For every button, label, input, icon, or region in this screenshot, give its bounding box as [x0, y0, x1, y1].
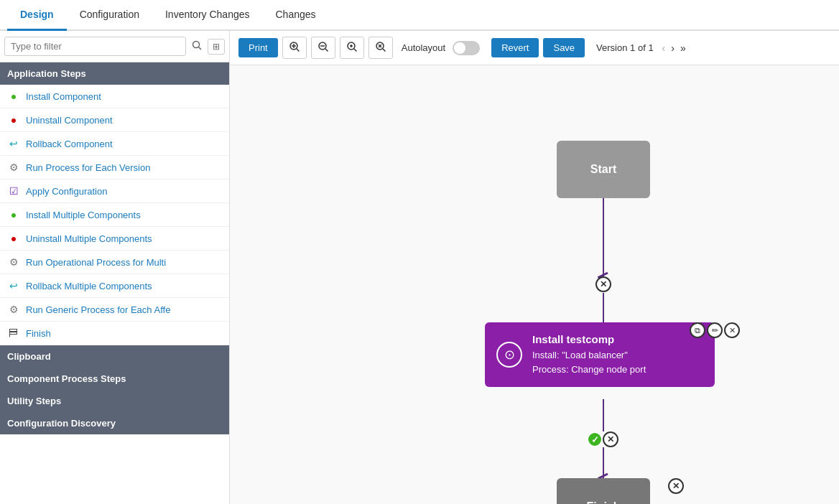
zoom-out-button[interactable] [311, 37, 335, 59]
zoom-fit-button[interactable] [340, 37, 364, 59]
start-node-box: Start [557, 141, 650, 198]
print-button[interactable]: Print [238, 38, 278, 57]
finish-label: Finish [26, 328, 51, 339]
finish-node-box: Finish [557, 478, 650, 504]
nav-arrows: ‹ › » [661, 41, 687, 55]
run-operational-multi-label: Run Operational Process for Multi [26, 257, 166, 268]
run-process-each-version-icon: ⚙ [7, 161, 20, 174]
sidebar-item-finish[interactable]: ⛿ Finish [0, 322, 229, 345]
canvas: Start ✕ ⊙ Install testcomp Install: "Loa… [230, 65, 839, 504]
autolayout-label: Autolayout [402, 42, 445, 53]
fail-circle[interactable]: ✕ [603, 431, 618, 447]
save-button[interactable]: Save [543, 38, 585, 57]
edit-node-button[interactable]: ✏ [707, 322, 723, 338]
run-operational-multi-icon: ⚙ [7, 256, 20, 269]
install-node-icon: ⊙ [496, 342, 522, 368]
section-header-clipboard[interactable]: Clipboard [0, 345, 229, 368]
rollback-component-icon: ↩ [7, 137, 20, 150]
zoom-reset-button[interactable] [368, 37, 393, 59]
svg-line-10 [354, 49, 357, 52]
search-button[interactable] [189, 39, 205, 54]
sidebar-item-rollback-component[interactable]: ↩ Rollback Component [0, 132, 229, 156]
revert-button[interactable]: Revert [491, 38, 539, 57]
start-node[interactable]: Start [557, 141, 650, 198]
connector-after-start[interactable]: ✕ [595, 276, 611, 292]
top-nav: Design Configuration Inventory Changes C… [0, 0, 839, 31]
install-node-actions: ⧉ ✏ ✕ [690, 322, 740, 338]
apply-configuration-icon: ☑ [7, 185, 20, 197]
install-node-line2: Process: Change node port [532, 363, 703, 377]
sidebar-item-install-multiple[interactable]: ● Install Multiple Components [0, 203, 229, 227]
sidebar-list: Application Steps ● Install Component ● … [0, 62, 229, 504]
autolayout-toggle[interactable] [453, 41, 480, 55]
sidebar-item-uninstall-component[interactable]: ● Uninstall Component [0, 108, 229, 132]
apply-configuration-label: Apply Configuration [26, 186, 107, 197]
close-node-button[interactable]: ✕ [724, 322, 740, 338]
tab-inventory-changes[interactable]: Inventory Changes [152, 0, 263, 31]
search-input[interactable] [4, 37, 186, 56]
section-header-component-process-steps[interactable]: Component Process Steps [0, 368, 229, 390]
canvas-area: Print Autolayout Revert Save Version 1 o… [230, 31, 839, 504]
finish-node-label: Finish [586, 500, 620, 504]
svg-point-0 [193, 42, 200, 48]
install-node[interactable]: ⊙ Install testcomp Install: "Load balanc… [485, 322, 715, 387]
section-header-utility-steps[interactable]: Utility Steps [0, 390, 229, 412]
version-info: Version 1 of 1 [596, 42, 654, 53]
finish-icon: ⛿ [7, 327, 20, 340]
sidebar-item-rollback-multiple[interactable]: ↩ Rollback Multiple Components [0, 274, 229, 298]
sidebar: ⊞ Application Steps ● Install Component … [0, 31, 230, 504]
install-multiple-label: Install Multiple Components [26, 210, 141, 220]
section-header-configuration-discovery[interactable]: Configuration Discovery [0, 412, 229, 434]
uninstall-multiple-icon: ● [7, 232, 20, 245]
install-node-text: Install testcomp Install: "Load balancer… [532, 333, 703, 376]
sidebar-item-run-operational-multi[interactable]: ⚙ Run Operational Process for Multi [0, 251, 229, 274]
install-component-label: Install Component [26, 91, 101, 102]
zoom-in-button[interactable] [282, 37, 307, 59]
install-component-icon: ● [7, 90, 20, 103]
toggle-knob [454, 42, 465, 54]
sidebar-item-run-generic-each[interactable]: ⚙ Run Generic Process for Each Affe [0, 298, 229, 322]
run-process-each-version-label: Run Process for Each Version [26, 162, 150, 173]
nav-last-button[interactable]: » [679, 41, 687, 55]
start-node-label: Start [590, 163, 616, 176]
svg-line-14 [383, 49, 386, 52]
run-generic-each-icon: ⚙ [7, 303, 20, 316]
install-node-box: ⊙ Install testcomp Install: "Load balanc… [485, 322, 715, 387]
finish-node[interactable]: Finish [557, 478, 650, 504]
svg-line-3 [297, 49, 300, 52]
svg-line-7 [325, 49, 328, 52]
tab-design[interactable]: Design [7, 0, 67, 31]
sidebar-item-uninstall-multiple[interactable]: ● Uninstall Multiple Components [0, 227, 229, 251]
svg-line-1 [199, 47, 202, 50]
search-bar: ⊞ [0, 31, 229, 62]
rollback-multiple-label: Rollback Multiple Components [26, 281, 152, 291]
success-circle[interactable]: ✓ [587, 431, 603, 447]
nav-next-button[interactable]: › [669, 41, 676, 55]
uninstall-component-label: Uninstall Component [26, 115, 113, 126]
install-node-title: Install testcomp [532, 333, 703, 345]
sidebar-item-apply-configuration[interactable]: ☑ Apply Configuration [0, 179, 229, 203]
grid-view-button[interactable]: ⊞ [208, 39, 225, 55]
rollback-multiple-icon: ↩ [7, 279, 20, 292]
section-header-application-steps[interactable]: Application Steps [0, 62, 229, 85]
copy-node-button[interactable]: ⧉ [690, 322, 705, 338]
main-content: ⊞ Application Steps ● Install Component … [0, 31, 839, 504]
install-node-line1: Install: "Load balancer" [532, 348, 703, 363]
run-generic-each-label: Run Generic Process for Each Affe [26, 304, 170, 315]
rollback-component-label: Rollback Component [26, 139, 113, 149]
sidebar-item-run-process-each-version[interactable]: ⚙ Run Process for Each Version [0, 156, 229, 179]
uninstall-component-icon: ● [7, 113, 20, 126]
nav-prev-button[interactable]: ‹ [661, 41, 667, 55]
sidebar-item-install-component[interactable]: ● Install Component [0, 85, 229, 108]
install-multiple-icon: ● [7, 208, 20, 221]
tab-configuration[interactable]: Configuration [67, 0, 152, 31]
toolbar: Print Autolayout Revert Save Version 1 o… [230, 31, 839, 65]
tab-changes[interactable]: Changes [263, 0, 329, 31]
uninstall-multiple-label: Uninstall Multiple Components [26, 233, 152, 244]
flow-connectors [230, 65, 839, 504]
close-finish-button[interactable]: ✕ [668, 478, 684, 494]
